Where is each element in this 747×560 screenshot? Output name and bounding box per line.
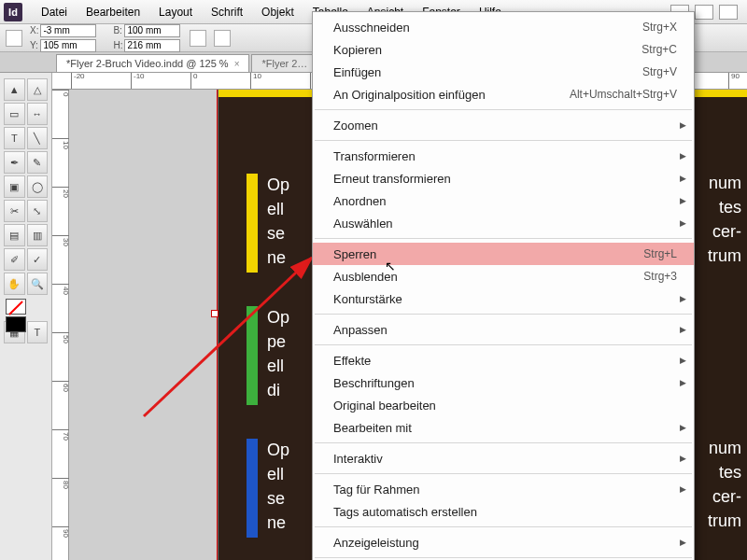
ctx-label: Kopieren: [333, 43, 382, 57]
ctx-konturst-rke[interactable]: Konturstärke: [313, 287, 694, 310]
ellipse-tool[interactable]: ◯: [27, 175, 49, 198]
hand-tool[interactable]: ✋: [4, 273, 25, 295]
ruler-tick: 90: [728, 73, 740, 90]
ctx-original-bearbeiten[interactable]: Original bearbeiten: [313, 394, 694, 416]
ctx-ausw-hlen[interactable]: Auswählen: [313, 212, 694, 234]
ctx-anpassen[interactable]: Anpassen: [313, 318, 694, 341]
gradient-tool[interactable]: ▤: [4, 224, 25, 246]
arrange-icon[interactable]: [719, 5, 738, 20]
flyer-text: pe: [267, 330, 286, 353]
ctx-einf-gen[interactable]: EinfügenStrg+V: [313, 61, 694, 83]
ctx-label: Anpassen: [333, 323, 388, 337]
h-field[interactable]: [124, 39, 180, 52]
ctx-label: Transformieren: [333, 149, 416, 163]
page[interactable]: [69, 90, 218, 560]
ruler-tick: -20: [71, 73, 85, 90]
view-mode-preview[interactable]: T: [27, 321, 49, 343]
flyer-text: trum: [708, 245, 741, 267]
menu-datei[interactable]: Datei: [32, 6, 77, 19]
ctx-label: Original bearbeiten: [333, 399, 436, 413]
ref-point-widget[interactable]: [6, 30, 22, 47]
ctx-label: Auswählen: [333, 217, 393, 231]
menu-bearbeiten[interactable]: Bearbeiten: [77, 6, 149, 19]
tab-label: *Flyer 2…: [261, 58, 307, 69]
flyer-text: ell: [267, 355, 284, 377]
gap-tool[interactable]: ↔: [27, 103, 49, 125]
ctx-zoomen[interactable]: Zoomen: [313, 114, 694, 136]
ctx-ausblenden[interactable]: AusblendenStrg+3: [313, 265, 694, 287]
zoom-tool[interactable]: 🔍: [27, 273, 49, 295]
selection-tool[interactable]: ▲: [4, 78, 25, 101]
ctx-transformieren[interactable]: Transformieren: [313, 145, 694, 167]
ctx-label: Effekte: [333, 354, 371, 368]
ruler-tick: 10: [52, 138, 69, 149]
note-tool[interactable]: ✐: [4, 248, 25, 271]
ctx-label: Einfügen: [333, 65, 381, 79]
flyer-text: cer-: [712, 220, 741, 243]
menu-schrift[interactable]: Schrift: [202, 6, 252, 19]
close-icon[interactable]: ×: [234, 59, 240, 69]
flyer-text: tes: [719, 461, 741, 483]
page-tool[interactable]: ▭: [4, 103, 25, 125]
ctx-shortcut: Strg+L: [643, 247, 677, 260]
pen-tool[interactable]: ✒: [4, 151, 25, 174]
ctx-label: An Originalposition einfügen: [333, 88, 486, 102]
flyer-text: cer-: [712, 485, 741, 508]
y-label: Y:: [30, 40, 38, 50]
ctx-bearbeiten-mit[interactable]: Bearbeiten mit: [313, 416, 694, 439]
selection-handle[interactable]: [211, 310, 218, 317]
flyer-text: Op: [267, 439, 289, 461]
direct-selection-tool[interactable]: △: [27, 78, 49, 101]
transform-tool[interactable]: ⤡: [27, 200, 49, 222]
ctx-interaktiv[interactable]: Interaktiv: [313, 447, 694, 469]
ctx-kopieren[interactable]: KopierenStrg+C: [313, 38, 694, 61]
ctx-erneut-transformieren[interactable]: Erneut transformieren: [313, 167, 694, 189]
ctx-an-originalposition-einf-gen[interactable]: An Originalposition einfügenAlt+Umschalt…: [313, 83, 694, 105]
menu-objekt[interactable]: Objekt: [252, 6, 303, 19]
flyer-text: Op: [267, 174, 289, 196]
pencil-tool[interactable]: ✎: [27, 151, 49, 174]
ctx-anordnen[interactable]: Anordnen: [313, 189, 694, 212]
tool-panel: ▲ △ ▭ ↔ T ╲ ✒ ✎ ▣ ◯ ✂ ⤡ ▤ ▥ ✐ ✓ ✋ 🔍 ▦ T: [0, 73, 52, 560]
scissors-tool[interactable]: ✂: [4, 200, 25, 222]
ctx-sperren[interactable]: SperrenStrg+L: [313, 243, 694, 265]
menu-layout[interactable]: Layout: [149, 6, 202, 19]
type-tool[interactable]: T: [4, 127, 25, 149]
stroke-swatch[interactable]: [6, 316, 26, 332]
ctx-shortcut: Alt+Umschalt+Strg+V: [570, 88, 677, 101]
flyer-text: ell: [267, 463, 284, 485]
ruler-tick: 10: [250, 73, 261, 90]
flyer-text: Op: [267, 306, 289, 329]
y-field[interactable]: [40, 39, 96, 52]
document-tab-0[interactable]: *Flyer 2-Bruch Video.indd @ 125 %×: [56, 54, 249, 72]
flyer-text: num: [709, 437, 741, 459]
ctx-anzeigeleistung[interactable]: Anzeigeleistung: [313, 531, 694, 553]
ctx-beschriftungen[interactable]: Beschriftungen: [313, 371, 694, 394]
flyer-text: trum: [708, 510, 741, 532]
flyer-text: num: [709, 172, 741, 194]
ruler-tick: 60: [52, 381, 69, 392]
ctx-effekte[interactable]: Effekte: [313, 349, 694, 371]
ruler-vertical[interactable]: 0102030405060708090100: [52, 90, 69, 560]
ctx-shortcut: Strg+C: [641, 43, 677, 56]
ctx-label: Ausschneiden: [333, 21, 410, 35]
fill-swatch[interactable]: [6, 299, 26, 315]
ctx-tag-f-r-rahmen[interactable]: Tag für Rahmen: [313, 478, 694, 500]
ctx-tags-automatisch-erstellen[interactable]: Tags automatisch erstellen: [313, 500, 694, 523]
w-field[interactable]: [124, 24, 180, 37]
ctx-ausschneiden[interactable]: AusschneidenStrg+X: [313, 16, 694, 38]
flyer-text: se: [267, 487, 285, 510]
flyer-text: se: [267, 222, 285, 245]
flyer-color-bar: [247, 439, 258, 538]
screenmode-icon[interactable]: [695, 5, 713, 20]
ctx-shortcut: Strg+V: [642, 65, 677, 78]
eyedropper-tool[interactable]: ✓: [27, 248, 49, 271]
gradient-feather-tool[interactable]: ▥: [27, 224, 49, 246]
rotate-icon[interactable]: [214, 30, 231, 47]
x-field[interactable]: [40, 24, 96, 37]
constrain-icon[interactable]: [190, 30, 206, 47]
ctx-label: Sperren: [333, 247, 376, 261]
ctx-label: Konturstärke: [333, 292, 402, 306]
rectangle-frame-tool[interactable]: ▣: [4, 175, 25, 198]
line-tool[interactable]: ╲: [27, 127, 49, 149]
